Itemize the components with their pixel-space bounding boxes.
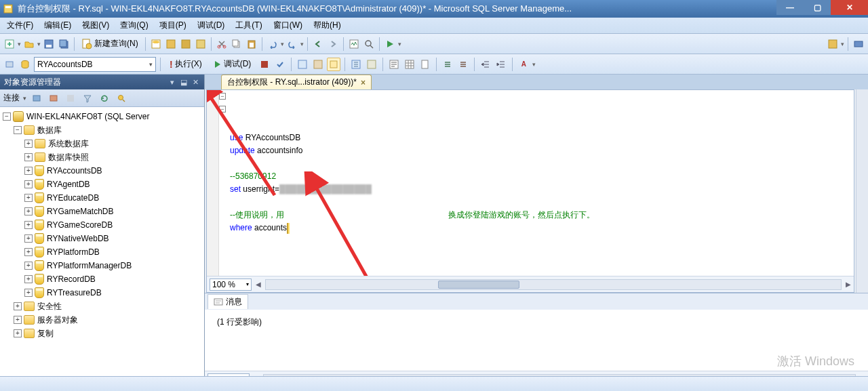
horizontal-scrollbar[interactable]: [263, 374, 856, 377]
tree-db[interactable]: +RYAccountsDB: [1, 164, 203, 178]
tree-db[interactable]: +RYPlatformDB: [1, 245, 203, 259]
available-db-icon[interactable]: [18, 58, 32, 71]
menu-help[interactable]: 帮助(H): [309, 18, 345, 33]
folder-icon: [24, 329, 35, 338]
results-file-icon[interactable]: [418, 58, 432, 71]
refresh-icon[interactable]: [98, 91, 111, 105]
cut-icon[interactable]: [215, 37, 229, 51]
tree-db[interactable]: +RYAgentDB: [1, 178, 203, 191]
parse-icon[interactable]: [273, 58, 287, 71]
activity-icon[interactable]: [347, 37, 361, 51]
code-editor[interactable]: −− use RYAccountsDB update accountsinfo …: [206, 89, 854, 293]
menu-view[interactable]: 视图(V): [78, 18, 113, 33]
results-text-icon[interactable]: [387, 58, 401, 71]
nav-back-icon[interactable]: [311, 37, 325, 51]
database-icon: [35, 192, 44, 203]
folder-icon: [24, 315, 35, 325]
tree-server[interactable]: −WIN-EKL4NAKFO8T (SQL Server: [1, 110, 203, 123]
tree-snapshot[interactable]: +数据库快照: [1, 150, 203, 164]
results-grid-icon[interactable]: [403, 58, 416, 71]
stop-icon[interactable]: [258, 58, 271, 71]
tree-security[interactable]: +安全性: [1, 300, 203, 313]
xmla-icon[interactable]: [194, 37, 208, 51]
close-pane-icon[interactable]: ✕: [191, 77, 200, 87]
folder-icon: [35, 152, 45, 162]
tree-db[interactable]: +RYTreasureDB: [1, 286, 203, 300]
search-icon[interactable]: [115, 91, 128, 105]
client-stats-icon[interactable]: [365, 58, 378, 71]
connect-icon[interactable]: [30, 91, 43, 105]
stop-icon: [64, 91, 77, 105]
zoom-select[interactable]: 100 %▾: [210, 279, 252, 291]
tree-serverobj[interactable]: +服务器对象: [1, 313, 203, 327]
filter-icon[interactable]: [81, 91, 94, 105]
tab-close-icon[interactable]: ×: [361, 78, 366, 87]
tree-db[interactable]: +RYRecordDB: [1, 272, 203, 286]
database-select[interactable]: RYAccountsDB ▾: [34, 57, 156, 72]
maximize-button[interactable]: ▢: [804, 0, 831, 15]
horizontal-scrollbar[interactable]: [265, 279, 842, 290]
query-options-icon[interactable]: [311, 58, 325, 71]
uncomment-icon[interactable]: [456, 58, 470, 71]
scroll-right-icon[interactable]: ▶: [846, 281, 851, 288]
start-debug-icon[interactable]: [383, 37, 397, 51]
editor-area: 台控制权限 - RY.sql...istrator (409))* × −− u…: [205, 75, 868, 376]
menu-project[interactable]: 项目(P): [155, 18, 191, 33]
tree-db[interactable]: +RYEducateDB: [1, 191, 203, 205]
actual-plan-icon[interactable]: [349, 58, 363, 71]
open-icon[interactable]: [22, 37, 36, 51]
tree-sysdb[interactable]: +系统数据库: [1, 137, 203, 150]
menu-query[interactable]: 查询(Q): [116, 18, 152, 33]
intellisense-icon[interactable]: [327, 58, 340, 71]
execute-button[interactable]: ! 执行(X): [165, 56, 207, 72]
redo-icon[interactable]: [285, 37, 299, 51]
options-icon[interactable]: [826, 37, 840, 51]
disconnect-icon[interactable]: [47, 91, 60, 105]
connect-label[interactable]: 连接: [3, 92, 20, 104]
tab-active[interactable]: 台控制权限 - RY.sql...istrator (409))* ×: [221, 75, 372, 89]
db-engine-query-icon[interactable]: [149, 37, 163, 51]
menu-window[interactable]: 窗口(W): [269, 18, 307, 33]
pin-icon[interactable]: ⬓: [179, 77, 189, 87]
dropdown-icon[interactable]: ▾: [167, 77, 177, 87]
svg-rect-39: [214, 299, 222, 305]
specify-values-icon[interactable]: A: [517, 58, 530, 71]
vertical-scrollbar[interactable]: [856, 89, 868, 293]
folder-icon: [24, 125, 35, 135]
new-project-icon[interactable]: [3, 37, 16, 51]
menu-edit[interactable]: 编辑(E): [40, 18, 75, 33]
nav-fwd-icon[interactable]: [326, 37, 340, 51]
save-all-icon[interactable]: [57, 37, 71, 51]
scroll-left-icon[interactable]: ◀: [256, 281, 261, 288]
mdx-icon[interactable]: [179, 37, 193, 51]
tree-databases[interactable]: −数据库: [1, 123, 203, 137]
save-icon[interactable]: [42, 37, 56, 51]
tree-replication[interactable]: +复制: [1, 327, 203, 340]
copy-icon[interactable]: [230, 37, 243, 51]
indent-icon[interactable]: [479, 58, 492, 71]
tab-strip: 台控制权限 - RY.sql...istrator (409))* ×: [205, 75, 868, 89]
debug-button[interactable]: 调试(D): [209, 56, 256, 72]
tree-db[interactable]: +RYGameScoreDB: [1, 218, 203, 232]
close-button[interactable]: ✕: [831, 0, 868, 15]
tree-db[interactable]: +RYNativeWebDB: [1, 232, 203, 245]
menu-file[interactable]: 文件(F): [3, 18, 37, 33]
explorer-tree[interactable]: −WIN-EKL4NAKFO8T (SQL Server −数据库 +系统数据库…: [0, 107, 204, 376]
undo-icon[interactable]: [266, 37, 279, 51]
tree-db[interactable]: +RYGameMatchDB: [1, 205, 203, 218]
registered-servers-icon[interactable]: [852, 37, 865, 51]
comment-icon[interactable]: [441, 58, 454, 71]
minimize-button[interactable]: —: [776, 0, 804, 15]
menu-debug[interactable]: 调试(D): [193, 18, 229, 33]
menu-tools[interactable]: 工具(T): [231, 18, 266, 33]
tree-db[interactable]: +RYPlatformManagerDB: [1, 259, 203, 272]
estimated-plan-icon[interactable]: [296, 58, 309, 71]
find-icon[interactable]: [362, 37, 376, 51]
analysis-icon[interactable]: [164, 37, 178, 51]
paste-icon[interactable]: [245, 37, 258, 51]
database-icon: [35, 233, 44, 244]
change-connection-icon[interactable]: [3, 58, 16, 71]
new-query-button[interactable]: 新建查询(N): [78, 37, 142, 51]
messages-tab[interactable]: 消息: [208, 294, 248, 309]
outdent-icon[interactable]: [494, 58, 508, 71]
